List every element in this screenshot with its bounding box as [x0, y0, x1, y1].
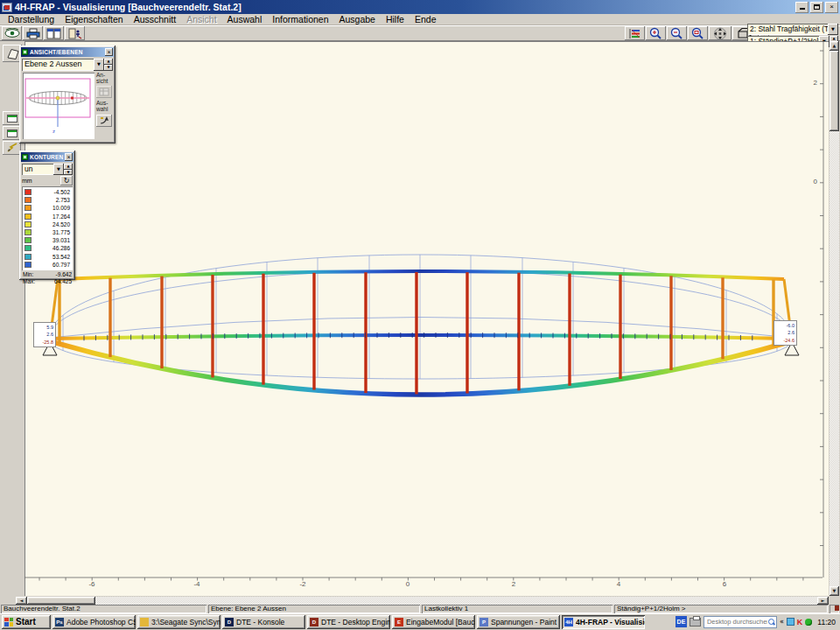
exit-button[interactable]	[65, 26, 85, 40]
scrollbar-thumb[interactable]	[27, 597, 95, 605]
ansicht-ebenen-panel[interactable]: ANSICHT/EBENEN × Ebene 2 Aussen ▼ ▲▼ z A…	[19, 46, 116, 144]
left-node-result-box: 5.92.6-25.8	[33, 322, 56, 347]
taskbar-button[interactable]: 3:\Seagate Sync\SyncRe...	[137, 615, 220, 629]
start-button[interactable]: Start	[2, 615, 51, 629]
panel-titlebar[interactable]: KONTUREN ×	[21, 152, 74, 162]
taskbar-button[interactable]: DDTE - Konsole	[222, 615, 305, 629]
scroll-down-icon[interactable]: ▼	[830, 586, 839, 596]
scroll-left-icon[interactable]: ◄	[16, 597, 27, 605]
tray-app-icon[interactable]	[787, 618, 794, 626]
view-eye-button[interactable]	[2, 26, 22, 40]
printer-tray-icon[interactable]	[690, 618, 701, 626]
task-button-label: DTE - Desktop Engineeri...	[321, 618, 390, 626]
antivirus-icon[interactable]: K	[797, 618, 803, 626]
menu-item-hilfe[interactable]: Hilfe	[381, 14, 410, 24]
konturen-panel[interactable]: KONTUREN × un ▼ ▲▼ mm ↻ -4.5022.75310.00…	[19, 150, 75, 280]
menu-item-darstellung[interactable]: Darstellung	[3, 14, 60, 24]
close-button[interactable]: ×	[825, 2, 838, 13]
legend-max-row: Max:64.425	[19, 278, 75, 286]
close-icon[interactable]: ×	[105, 48, 113, 56]
toolbar: ▼	[0, 25, 840, 41]
taskbar-button[interactable]: PsAdobe Photoshop CS3 E...	[52, 615, 136, 629]
close-icon[interactable]: ×	[65, 153, 73, 161]
vertical-scrollbar[interactable]: ▲ ▼	[830, 41, 839, 596]
legend-toggle-button[interactable]	[625, 26, 645, 40]
task-button-label: Spannungen - Paint	[491, 618, 556, 626]
menu-item-ende[interactable]: Ende	[410, 14, 442, 24]
legend-swatch	[24, 229, 32, 235]
status-dot-icon[interactable]	[805, 619, 812, 626]
windows-layout-button[interactable]	[44, 26, 64, 40]
print-button[interactable]	[23, 26, 43, 40]
plane-combo[interactable]: Ebene 2 Aussen ▼	[22, 59, 104, 71]
legend-swatch	[24, 221, 32, 228]
minimized-panel-button-2[interactable]	[3, 126, 21, 140]
zoom-window-icon	[691, 27, 704, 39]
legend-swatch	[24, 214, 32, 220]
refresh-scale-button[interactable]: ↻	[60, 176, 73, 186]
chevron-down-icon[interactable]: ▼	[53, 164, 64, 175]
scrollbar-thumb[interactable]	[830, 51, 839, 131]
legend-min-row: Min:-9.642	[19, 271, 75, 279]
scroll-right-icon[interactable]: ►	[817, 597, 829, 605]
restore-button[interactable]	[810, 2, 823, 13]
printer-icon	[26, 28, 40, 39]
task-app-icon	[140, 618, 149, 626]
contour-spinner[interactable]: ▲▼	[64, 164, 73, 175]
legend-swatch	[24, 245, 32, 251]
auswahl-button[interactable]	[96, 115, 112, 127]
minimized-panel-button-1[interactable]	[3, 111, 21, 125]
legend-value: 31.775	[34, 229, 70, 235]
status-segment-0: Bauchveerendeltr. Stat.2	[1, 605, 206, 613]
menu-item-eigenschaften[interactable]: Eigenschaften	[60, 14, 129, 24]
legend-row: 46.286	[23, 244, 72, 252]
minimize-button[interactable]	[795, 2, 808, 13]
menu-item-ausgabe[interactable]: Ausgabe	[334, 14, 381, 24]
ansicht-button[interactable]	[96, 86, 112, 98]
legend-swatch	[24, 189, 32, 195]
zoom-window-button[interactable]	[688, 26, 708, 40]
taskbar-button[interactable]: EEingabeModul [Bauchvee...	[392, 615, 475, 629]
taskbar-button[interactable]: DDTE - Desktop Engineeri...	[307, 615, 390, 629]
menu-item-auswahl[interactable]: Auswahl	[222, 14, 268, 24]
taskbar-button[interactable]: PSpannungen - Paint	[477, 615, 560, 629]
panel-titlebar[interactable]: ANSICHT/EBENEN ×	[21, 47, 114, 57]
search-icon[interactable]	[767, 618, 776, 626]
legend-value: 24.520	[34, 221, 70, 228]
plane-preview-drawing	[23, 73, 94, 139]
plane-spinner[interactable]: ▲▼	[104, 59, 113, 71]
scroll-up-icon[interactable]: ▲	[830, 41, 839, 51]
pan-button[interactable]	[709, 26, 732, 40]
desktop-search-box[interactable]	[704, 616, 777, 628]
legend-value: 46.286	[34, 245, 70, 251]
menu-item-ausschnitt[interactable]: Ausschnitt	[129, 14, 181, 24]
contour-type-combo[interactable]: un ▼	[22, 164, 64, 175]
selection-tool-button[interactable]	[3, 141, 21, 155]
tray-expand-icon[interactable]: «	[780, 618, 784, 626]
horizontal-scrollbar[interactable]: ◄ ►	[0, 597, 840, 605]
task-buttons: PsAdobe Photoshop CS3 E...3:\Seagate Syn…	[52, 615, 645, 629]
taskbar-button[interactable]: 4H4H-FRAP - Visualisier...	[562, 615, 645, 629]
scrollbar-track[interactable]	[95, 597, 817, 605]
window-titlebar[interactable]: 4H-FRAP - Visualisierung [Bauchveerendel…	[0, 0, 840, 14]
zoom-in-button[interactable]	[646, 26, 666, 40]
search-input[interactable]	[704, 618, 767, 626]
legend-row: 17.264	[23, 213, 72, 220]
zoom-out-button[interactable]	[667, 26, 687, 40]
menu-item-informationen[interactable]: Informationen	[267, 14, 333, 24]
panel-title: KONTUREN	[30, 154, 65, 160]
task-app-icon: 4H	[564, 618, 573, 626]
result-case-combo[interactable]: 2: Stahl Tragfähigkeit (Th. 2. O ▼	[747, 24, 838, 35]
window-title: 4H-FRAP - Visualisierung [Bauchveerendel…	[15, 2, 242, 12]
pan-cross-icon	[710, 27, 730, 40]
chevron-down-icon[interactable]: ▼	[828, 24, 838, 35]
menu-item-ansicht[interactable]: Ansicht	[181, 14, 221, 24]
legend-list: -4.5022.75310.00917.26424.52031.77539.03…	[22, 186, 73, 270]
legend-row: 60.797	[23, 261, 72, 269]
result-case-value: 2: Stahl Tragfähigkeit (Th. 2. O	[747, 24, 828, 35]
taskbar: Start PsAdobe Photoshop CS3 E...3:\Seaga…	[0, 613, 840, 630]
panel-window-icon	[7, 115, 18, 122]
chevron-down-icon[interactable]: ▼	[94, 59, 104, 71]
plane-preview[interactable]: z	[23, 73, 94, 139]
language-indicator[interactable]: DE	[676, 616, 687, 627]
